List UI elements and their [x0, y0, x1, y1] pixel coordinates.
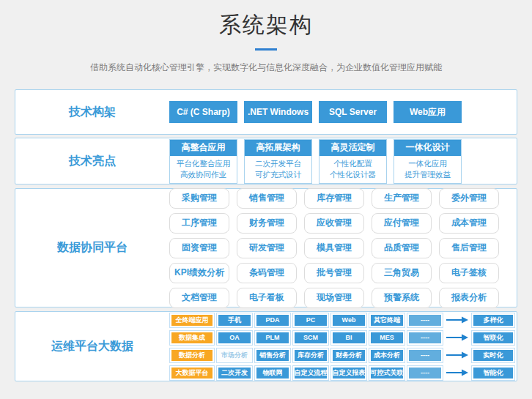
ops-chip[interactable]: BI: [333, 332, 365, 343]
module-button[interactable]: 模具管理: [304, 238, 364, 258]
ops-chip-box: PLM: [254, 330, 291, 346]
module-button[interactable]: 工序管理: [169, 213, 229, 234]
section-highlights: 技术亮点 高整合应用平台化整合应用高效协同作业高拓展架构二次开发平台可扩充式设计…: [15, 138, 517, 184]
highlight-card-line: 个性化设计器: [319, 169, 386, 180]
module-button[interactable]: 条码管理: [237, 263, 297, 283]
highlight-card: 高拓展架构二次开发平台可扩充式设计: [244, 139, 312, 184]
module-button[interactable]: KPI绩效分析: [169, 263, 229, 283]
ops-flow-row: 数据集成OAPLMSCMBIMES----智联化: [169, 330, 515, 346]
ops-chip-box: 可控式关联: [369, 365, 405, 381]
ops-chip[interactable]: OA: [218, 332, 251, 343]
ops-chip-box: 自定义报表: [330, 365, 367, 381]
ops-chip[interactable]: 成本分析: [371, 350, 403, 361]
module-button[interactable]: 应收管理: [304, 213, 364, 234]
flow-arrow-icon: [446, 369, 468, 376]
module-button[interactable]: 销售管理: [237, 188, 297, 209]
module-row: 工序管理财务管理应收管理应付管理成本管理: [169, 213, 499, 234]
ops-chip[interactable]: 物联网: [256, 368, 289, 379]
ops-chip-box: 二次开发: [216, 365, 253, 381]
ops-chip[interactable]: MES: [371, 332, 403, 343]
ops-chip-box: 手机: [216, 313, 253, 328]
ops-chip[interactable]: 其它终端: [371, 315, 403, 326]
ops-chip[interactable]: 自定义报表: [333, 368, 365, 379]
module-button[interactable]: 库存管理: [304, 188, 364, 209]
module-button[interactable]: 品质管理: [372, 238, 432, 258]
ops-more-chip[interactable]: ----: [409, 350, 441, 361]
module-grid: 采购管理销售管理库存管理生产管理委外管理工序管理财务管理应收管理应付管理成本管理…: [169, 188, 499, 308]
module-button[interactable]: 财务管理: [237, 213, 297, 234]
ops-chip-box: 其它终端: [369, 313, 405, 328]
ops-result-box: 多样化: [471, 313, 515, 328]
ops-chip[interactable]: 市场分析: [218, 350, 251, 361]
module-button[interactable]: 生产管理: [372, 188, 432, 209]
ops-chip[interactable]: 可控式关联: [371, 368, 403, 379]
ops-chip[interactable]: SCM: [295, 332, 327, 343]
module-button[interactable]: 委外管理: [439, 188, 499, 209]
module-button[interactable]: 电子签核: [439, 263, 499, 283]
highlight-card-line: 可扩充式设计: [245, 169, 311, 180]
module-button[interactable]: 三角贸易: [372, 263, 432, 283]
module-button[interactable]: 成本管理: [439, 213, 499, 234]
highlight-card-title: 高整合应用: [170, 140, 237, 156]
ops-chip-box: ----: [407, 348, 443, 363]
module-row: 采购管理销售管理库存管理生产管理委外管理: [169, 188, 499, 209]
ops-chip[interactable]: 销售分析: [256, 350, 289, 361]
module-button[interactable]: 现场管理: [304, 288, 364, 308]
ops-chip[interactable]: PDA: [256, 315, 289, 326]
tech-button[interactable]: Web应用: [394, 101, 462, 123]
ops-chip-box: Web: [330, 313, 367, 328]
module-button[interactable]: 文档管理: [169, 288, 229, 308]
highlight-card-body: 一体化应用提升管理效益: [394, 156, 461, 183]
ops-result-chip[interactable]: 实时化: [473, 350, 513, 361]
ops-result-chip[interactable]: 智联化: [473, 332, 513, 343]
title-underline-decoration: [255, 48, 277, 51]
module-row: KPI绩效分析条码管理批号管理三角贸易电子签核: [169, 263, 499, 283]
ops-chip[interactable]: PLM: [256, 332, 289, 343]
ops-chip[interactable]: 二次开发: [218, 368, 251, 379]
ops-chip-box: 市场分析: [216, 348, 253, 363]
tech-button[interactable]: SQL Server: [319, 101, 387, 123]
ops-rows: 全终端应用手机PDAPCWeb其它终端----多样化数据集成OAPLMSCMBI…: [169, 313, 515, 381]
ops-category-box: 数据集成: [169, 330, 215, 346]
ops-more-chip[interactable]: ----: [409, 332, 441, 343]
module-button[interactable]: 报表分析: [439, 288, 499, 308]
ops-category-box: 数据分析: [169, 348, 215, 363]
highlight-card-line: 二次开发平台: [245, 158, 311, 169]
ops-more-chip[interactable]: ----: [409, 315, 441, 326]
module-button[interactable]: 批号管理: [304, 263, 364, 283]
ops-chip-box: MES: [369, 330, 405, 346]
ops-chip[interactable]: Web: [333, 315, 365, 326]
highlight-card-line: 一体化应用: [394, 158, 461, 169]
ops-chip[interactable]: 手机: [218, 315, 251, 326]
ops-result-chip[interactable]: 智能化: [473, 368, 513, 379]
tech-button[interactable]: C# (C Sharp): [169, 101, 237, 123]
ops-chip-box: BI: [330, 330, 367, 346]
tech-button[interactable]: .NET Windows: [244, 101, 312, 123]
ops-chip-box: 自定义流程: [292, 365, 329, 381]
module-button[interactable]: 售后管理: [439, 238, 499, 258]
system-architecture-page: 系统架构 借助系统自动化核心管理引擎，实现数字化与信息化深度融合，为企业数值化管…: [0, 0, 532, 399]
section-label-data-platform: 数据协同平台: [15, 240, 169, 256]
highlight-cards: 高整合应用平台化整合应用高效协同作业高拓展架构二次开发平台可扩充式设计高灵活定制…: [169, 139, 462, 184]
section-label-ops-platform: 运维平台大数据: [15, 339, 169, 354]
section-data-platform: 数据协同平台 采购管理销售管理库存管理生产管理委外管理工序管理财务管理应收管理应…: [15, 188, 517, 307]
ops-chip[interactable]: 自定义流程: [295, 368, 327, 379]
module-button[interactable]: 研发管理: [237, 238, 297, 258]
section-ops-platform: 运维平台大数据 全终端应用手机PDAPCWeb其它终端----多样化数据集成OA…: [15, 311, 517, 381]
module-button[interactable]: 采购管理: [169, 188, 229, 209]
ops-chip[interactable]: 财务分析: [333, 350, 365, 361]
ops-result-box: 智联化: [471, 330, 515, 346]
module-button[interactable]: 固资管理: [169, 238, 229, 258]
ops-category-box: 大数据平台: [169, 365, 215, 381]
ops-more-chip[interactable]: ----: [409, 368, 441, 379]
module-button[interactable]: 电子看板: [237, 288, 297, 308]
ops-chip-box: 成本分析: [369, 348, 405, 363]
module-button[interactable]: 预警系统: [372, 288, 432, 308]
page-title: 系统架构: [0, 10, 532, 40]
ops-chip-box: ----: [407, 330, 443, 346]
ops-chip-box: 物联网: [254, 365, 291, 381]
module-button[interactable]: 应付管理: [372, 213, 432, 234]
ops-result-chip[interactable]: 多样化: [473, 315, 513, 326]
ops-chip[interactable]: 库存分析: [295, 350, 327, 361]
ops-chip[interactable]: PC: [295, 315, 327, 326]
